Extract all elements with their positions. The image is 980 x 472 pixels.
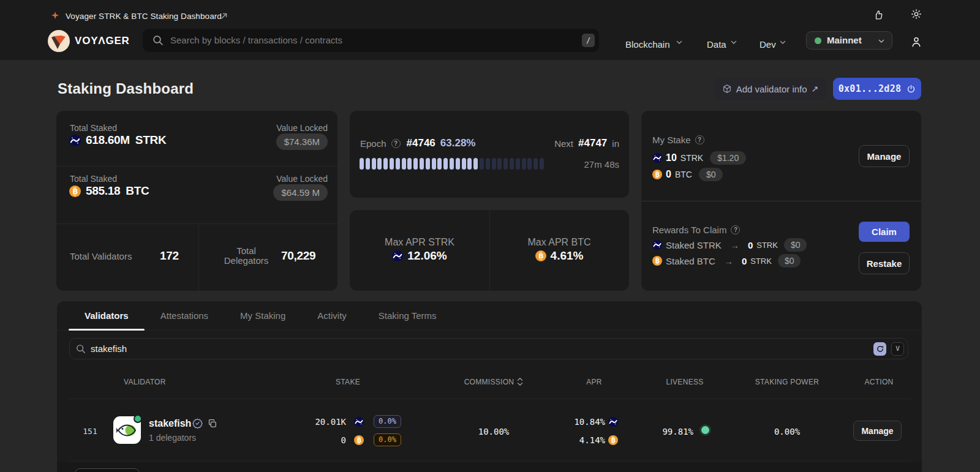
tab-activity[interactable]: Activity — [301, 301, 363, 331]
rewards-btc-usd: $0 — [778, 254, 801, 268]
rewards-btc-source: Staked BTC — [666, 256, 715, 266]
total-staked-strk-label: Total Staked — [70, 123, 117, 133]
col-apr[interactable]: APR — [564, 378, 625, 386]
search-shortcut-key: / — [582, 34, 595, 47]
col-action[interactable]: ACTION — [848, 378, 910, 386]
btc-icon: B — [652, 170, 662, 179]
rewards-strk-usd: $0 — [784, 238, 807, 252]
copy-icon[interactable] — [208, 419, 217, 428]
validator-delegators: 1 delegators — [149, 433, 196, 443]
epoch-next-label: Next — [554, 138, 573, 149]
commission-value: 10.00% — [432, 427, 555, 436]
my-stake-title: My Stake — [652, 135, 691, 145]
help-icon[interactable]: ? — [391, 139, 401, 148]
rewards-btc-unit: STRK — [750, 257, 772, 266]
tab-attestations[interactable]: Attestations — [145, 301, 224, 331]
svg-text:B: B — [72, 187, 78, 196]
restake-button[interactable]: Restake — [859, 252, 910, 274]
add-validator-button[interactable]: Add validator info ↗ — [714, 78, 827, 100]
total-staked-card: Total Staked Value Locked 618.60MSTRK $7… — [56, 111, 337, 291]
validator-status-dot — [134, 414, 142, 423]
my-stake-manage-button[interactable]: Manage — [859, 145, 910, 167]
stake-strk-pct-badge: 0.0% — [374, 415, 401, 428]
claim-button[interactable]: Claim — [859, 222, 910, 242]
global-search-input[interactable]: Search by blocks / transactions / contra… — [143, 29, 599, 52]
total-validators-value: 172 — [160, 249, 179, 263]
nav-item-blockchain[interactable]: Blockchain — [625, 29, 670, 60]
wallet-address: 0x01...2d28 — [839, 83, 902, 94]
theme-toggle-icon[interactable] — [911, 9, 922, 20]
help-icon[interactable]: ? — [731, 225, 740, 234]
liveness-dot — [701, 426, 709, 434]
tab-staking-terms[interactable]: Staking Terms — [363, 301, 453, 331]
col-commission[interactable]: COMMISSION — [432, 378, 555, 386]
wallet-button[interactable]: 0x01...2d28 — [833, 78, 921, 100]
add-validator-label: Add validator info — [736, 84, 807, 94]
my-stake-card: My Stake ? 10 STRK $1.20 B 0 BTC $0 Mana… — [641, 111, 921, 291]
max-apr-card: Max APR STRK 12.06% Max APR BTC B 4.61% — [350, 210, 629, 291]
cube-icon — [722, 84, 732, 94]
network-selector[interactable]: Mainnet — [806, 31, 892, 50]
apr-strk-value: 10.84% — [544, 417, 605, 427]
rewards-strk-unit: STRK — [756, 241, 778, 250]
max-apr-strk-label: Max APR STRK — [350, 237, 489, 248]
my-stake-strk-amount: 10 — [666, 152, 677, 163]
my-stake-btc-amount: 0 — [666, 169, 671, 180]
max-apr-btc-value: 4.61% — [551, 249, 584, 263]
table-footer — [57, 462, 922, 472]
load-more-button[interactable] — [75, 468, 140, 472]
brand-wordmark[interactable]: VOYΛGER — [75, 35, 130, 47]
staking-dashboard-page: Voyager STRK & BTC Staking Dashboard VOY… — [0, 0, 980, 472]
col-staking-power[interactable]: STAKING POWER — [738, 378, 836, 386]
total-validators-label: Total Validators — [70, 251, 132, 261]
chevron-down-icon — [780, 40, 786, 45]
btc-icon: B — [608, 435, 618, 445]
row-manage-button[interactable]: Manage — [853, 421, 902, 441]
rewards-strk-amount: 0 — [748, 240, 753, 250]
thumbs-up-icon[interactable] — [873, 9, 884, 21]
validator-search-value: stakefish — [91, 339, 127, 359]
my-stake-strk-unit: STRK — [680, 153, 703, 163]
validator-name[interactable]: stakefish — [149, 418, 191, 429]
user-icon[interactable] — [910, 36, 922, 48]
search-icon — [153, 35, 164, 46]
help-icon[interactable]: ? — [695, 135, 704, 144]
v-key-button[interactable]: V — [891, 342, 904, 356]
refresh-key-button[interactable] — [873, 342, 886, 356]
liveness-value: 99.81% — [632, 427, 693, 436]
nav-item-data[interactable]: Data — [707, 29, 726, 60]
epoch-card: Epoch ? #4746 63.28% Next #4747 in 27m 4… — [350, 111, 629, 198]
value-locked-strk-pill: $74.36M — [276, 133, 328, 150]
rewards-title: Rewards To Claim — [652, 225, 726, 235]
strk-icon — [608, 417, 618, 427]
stake-strk-value: 20.01K — [290, 417, 346, 427]
my-stake-strk-usd: $1.20 — [710, 151, 746, 165]
my-stake-btc-usd: $0 — [699, 168, 723, 181]
search-icon — [76, 344, 86, 354]
validator-search-input[interactable]: stakefish V — [69, 338, 908, 359]
total-delegators-value: 70,229 — [281, 249, 315, 263]
network-label: Mainnet — [827, 32, 862, 49]
chevron-down-icon — [731, 40, 737, 45]
sort-icon — [517, 378, 523, 386]
strk-icon — [652, 153, 662, 163]
chevron-down-icon — [878, 39, 884, 43]
total-staked-btc-label: Total Staked — [70, 174, 117, 184]
epoch-progress-bar — [360, 158, 546, 170]
strk-icon — [392, 250, 403, 261]
validator-rank: 151 — [75, 427, 105, 436]
arrow-right-icon: → — [724, 256, 733, 266]
tab-validators[interactable]: Validators — [69, 301, 145, 331]
col-liveness[interactable]: LIVENESS — [642, 378, 728, 386]
col-validator[interactable]: VALIDATOR — [124, 378, 166, 386]
max-apr-strk-value: 12.06% — [407, 249, 447, 263]
apr-btc-value: 4.14% — [544, 435, 605, 445]
external-link-icon[interactable] — [221, 12, 228, 20]
table-row[interactable]: 151 stakefish 1 delegators 20.01K 0.0% 0… — [57, 399, 922, 461]
value-locked-btc-label: Value Locked — [276, 174, 328, 184]
epoch-next: #4747 — [578, 137, 607, 149]
voyager-logo[interactable] — [48, 30, 70, 52]
tab-my-staking[interactable]: My Staking — [224, 301, 301, 331]
col-stake[interactable]: STAKE — [299, 378, 360, 386]
nav-item-dev[interactable]: Dev — [760, 29, 776, 60]
